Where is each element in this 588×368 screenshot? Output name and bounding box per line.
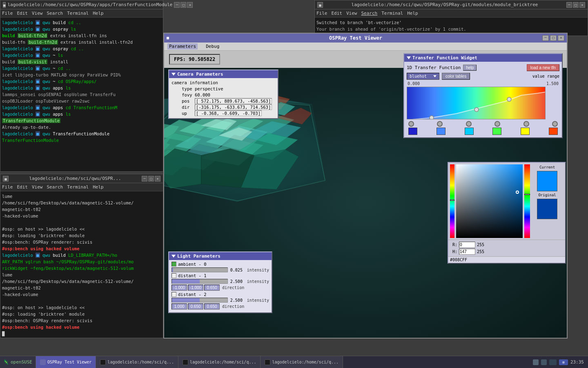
terminal-2[interactable]: ■ lagodelcielo:/home/sci/qwu/OSPRay/OSPR… (314, 0, 588, 36)
camera-params-header: Camera Parameters (169, 70, 278, 78)
tf-swatch-3[interactable] (465, 128, 474, 135)
light-ambient-checkbox[interactable] (172, 262, 176, 267)
tf-cp-3[interactable] (466, 121, 472, 127)
tf-help-button[interactable]: help (463, 65, 477, 71)
menu-search-1[interactable]: Search (47, 11, 63, 16)
menu-help-2[interactable]: Help (407, 11, 418, 16)
light-distant2-slider[interactable] (172, 298, 228, 303)
terminal-3-close[interactable]: ✕ (155, 176, 160, 182)
light-distant1-slider[interactable] (172, 279, 228, 284)
light-distant1-dir-z[interactable] (204, 285, 220, 291)
taskbar-item-term3[interactable]: lagodelcielo:/home/sci/q... (261, 356, 343, 368)
terminal-3-minimize[interactable]: ─ (142, 176, 147, 182)
menu-file-1[interactable]: File (2, 11, 13, 16)
term2-branch-msg2: Your branch is ahead of 'origin/bt-vecto… (316, 26, 586, 32)
ospray-minimize[interactable]: ─ (542, 35, 549, 41)
terminal-1-minimize[interactable]: ─ (174, 2, 180, 8)
cp-h-input[interactable] (459, 249, 475, 255)
terminal-3-titlebar: ■ lagodelcielo:/home/sci/qwu/OSPR... ─ □… (0, 174, 163, 183)
menu-parameters[interactable]: Parameters (167, 43, 198, 49)
menu-file-3[interactable]: File (2, 184, 13, 190)
menu-edit-1[interactable]: Edit (17, 11, 28, 16)
hue-bar[interactable] (450, 164, 454, 238)
menu-terminal-2[interactable]: Terminal (381, 11, 403, 16)
term1-line10: lagodelcielo ■ qwu ~ cd OSPRay/apps/ (2, 78, 161, 85)
terminal-2-minimize[interactable]: ─ (566, 2, 572, 8)
term1-line12: lammps_sensei ospSENPAI ospVolume Transf… (2, 91, 161, 98)
menu-search-3[interactable]: Search (47, 184, 63, 190)
tf-widget[interactable]: Transfer Function Widget 1D Transfer Fun… (403, 53, 563, 138)
taskbar-item-ospray[interactable]: OSPRay Test Viewer (36, 356, 96, 368)
menu-help-3[interactable]: Help (93, 184, 104, 190)
cp-sb-area[interactable] (456, 164, 523, 238)
tf-dropdown[interactable]: bluehot (407, 73, 439, 80)
ospray-close[interactable]: ✕ (558, 35, 564, 41)
terminal-3-maximize[interactable]: □ (148, 176, 154, 182)
term1-line4: build-tfn build-tfn2d extras install ins… (2, 39, 161, 45)
menu-edit-2[interactable]: Edit (332, 11, 343, 16)
menu-terminal-3[interactable]: Terminal (67, 184, 89, 190)
cp-h-label: H: (452, 249, 457, 254)
light-params-header: Light Parameters (169, 252, 272, 260)
tf-cp-6[interactable] (552, 121, 558, 127)
light-params-triangle (172, 255, 176, 258)
color-picker[interactable]: Current Original R: 255 H: 255 #008CFF (448, 162, 566, 264)
light-distant2-dir-row: direction (172, 303, 269, 310)
terminal-2-close[interactable]: ✕ (579, 2, 585, 8)
term1-line15: lagodelcielo ■ qwu apps ls (2, 111, 161, 117)
menu-debug[interactable]: Debug (204, 43, 221, 49)
tf-swatch-4[interactable] (492, 128, 501, 135)
terminal-3[interactable]: ■ lagodelcielo:/home/sci/qwu/OSPR... ─ □… (0, 174, 163, 338)
terminal-2-title: lagodelcielo:/home/sci/qwu/OSPRay/OSPRay… (325, 2, 565, 7)
menu-view-1[interactable]: View (32, 11, 43, 16)
tf-load-button[interactable]: load a new tfn (527, 64, 559, 71)
menu-view-2[interactable]: View (346, 11, 357, 16)
light-distant2-dir-x[interactable] (172, 303, 187, 310)
light-params-body: ambient - 0 0.025 intensity distant - 1 … (169, 260, 272, 312)
light-distant2-row: distant - 2 (172, 292, 269, 297)
cp-spectrum-cursor (524, 194, 530, 195)
tf-swatch-6[interactable] (549, 128, 558, 135)
tf-cp-1[interactable] (408, 121, 414, 127)
tf-cp-4[interactable] (494, 121, 500, 127)
tf-swatch-1[interactable] (408, 128, 417, 135)
term3-l16: -hacked-volume (2, 291, 161, 298)
tf-row1: 1D Transfer Function help load a new tfn (407, 64, 559, 71)
ospray-menubar: Parameters Debug (164, 43, 567, 51)
light-distant2-dir-y[interactable] (188, 303, 203, 310)
terminal-2-maximize[interactable]: □ (573, 2, 579, 8)
menu-search-2[interactable]: Search (361, 11, 378, 16)
light-distant1-dir-x[interactable] (172, 285, 187, 291)
tray-layout-icon[interactable]: ⊞ (559, 359, 568, 365)
ospray-maximize[interactable]: □ (550, 35, 557, 41)
terminal-1[interactable]: ■ lagodelcielo:/home/sci/qwu/OSPRay/apps… (0, 0, 163, 172)
taskbar-item-term2[interactable]: lagodelcielo:/home/sci/q... (178, 356, 261, 368)
light-distant2-dir-z[interactable] (204, 303, 220, 310)
light-ambient-slider[interactable] (172, 267, 228, 272)
menu-edit-3[interactable]: Edit (17, 184, 28, 190)
terminal-3-icon: ■ (3, 176, 9, 182)
tf-swatch-2[interactable] (437, 128, 445, 135)
menu-view-3[interactable]: View (32, 184, 43, 190)
cp-r-input[interactable] (459, 242, 475, 248)
term3-l11: ARY_PATH vglrun bash ~/OSPRay/OSPRay-git… (2, 258, 161, 265)
taskbar-icon-ospray (40, 359, 46, 365)
menu-help-1[interactable]: Help (93, 11, 104, 16)
cp-spectrum-bar[interactable] (524, 164, 530, 238)
menu-file-2[interactable]: File (316, 11, 327, 16)
tf-swatch-5[interactable] (521, 128, 530, 135)
light-distant1-dir-y[interactable] (188, 285, 203, 291)
terminal-1-close[interactable]: ✕ (187, 2, 193, 8)
taskbar-item-term1[interactable]: lagodelcielo:/home/sci/q... (96, 356, 178, 368)
light-distant1-checkbox[interactable] (172, 273, 176, 278)
tf-cp-2[interactable] (437, 121, 443, 127)
menu-terminal-1[interactable]: Terminal (67, 11, 89, 16)
cp-right-panel: Current Original (524, 164, 564, 238)
terminal-1-maximize[interactable]: □ (180, 2, 186, 8)
taskbar-start[interactable]: 🦎 openSUSE (0, 356, 36, 368)
light-distant1-dir-label: direction (222, 285, 244, 290)
light-distant2-checkbox[interactable] (172, 292, 176, 297)
taskbar-icon-term2 (183, 359, 188, 365)
tf-cp-5[interactable] (523, 121, 529, 127)
tf-color-tables-button[interactable]: color tables (442, 73, 470, 80)
